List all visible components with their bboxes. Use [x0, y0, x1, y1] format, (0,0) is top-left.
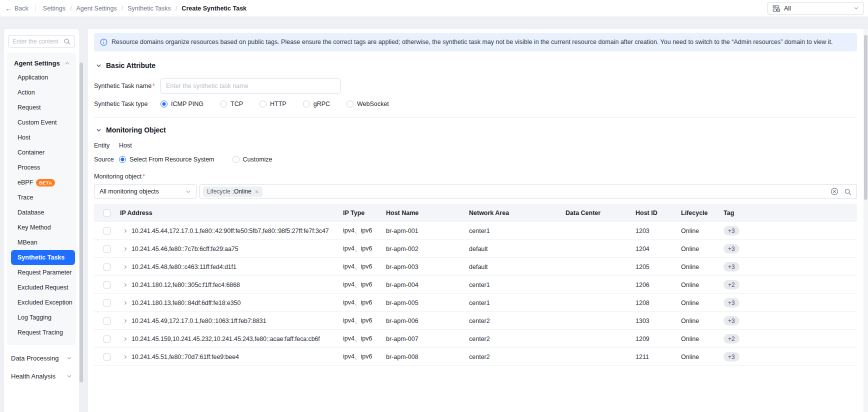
- sidebar-item[interactable]: Host: [7, 130, 76, 145]
- sidebar-item[interactable]: Excluded Exception: [7, 295, 76, 310]
- row-checkbox[interactable]: [104, 246, 110, 252]
- tag-count-badge[interactable]: +3: [724, 262, 740, 272]
- task-type-radio[interactable]: HTTP: [260, 100, 286, 108]
- sidebar-item[interactable]: MBean: [7, 235, 76, 250]
- row-checkbox[interactable]: [104, 300, 110, 306]
- breadcrumb-item[interactable]: Synthetic Tasks /: [128, 5, 182, 12]
- sidebar-section-label: Health Analysis: [11, 372, 56, 380]
- sidebar-group-title: Agent Settings: [14, 60, 60, 67]
- task-type-label: Synthetic Task type: [94, 100, 160, 108]
- column-ip-address: IP Address: [120, 210, 343, 216]
- lifecycle-value: Online: [681, 282, 724, 288]
- select-all-checkbox[interactable]: [104, 210, 110, 216]
- section-basic-attribute[interactable]: Basic Attribute: [96, 62, 857, 70]
- filter-input[interactable]: Lifecycle :Online ×: [200, 184, 857, 199]
- sidebar-item[interactable]: eBPF BETA: [7, 175, 76, 190]
- expand-row-icon[interactable]: [123, 336, 128, 342]
- filter-actions: [830, 188, 852, 196]
- search-icon[interactable]: [64, 38, 70, 45]
- expand-row-icon[interactable]: [123, 300, 128, 306]
- network-area-value: center1: [469, 300, 566, 306]
- breadcrumb-label: Agent Settings: [76, 5, 116, 12]
- tag-count-badge[interactable]: +3: [724, 226, 740, 236]
- sidebar-item[interactable]: Container: [7, 145, 76, 160]
- sidebar-item[interactable]: Custom Event: [7, 115, 76, 130]
- search-icon[interactable]: [844, 188, 852, 196]
- expand-row-icon[interactable]: [123, 318, 128, 324]
- tag-count-badge[interactable]: +3: [724, 298, 740, 308]
- task-type-radio[interactable]: TCP: [220, 100, 243, 108]
- sidebar-item[interactable]: Key Method: [7, 220, 76, 235]
- tag-count-badge[interactable]: +2: [724, 334, 740, 344]
- sidebar-item[interactable]: Request: [7, 100, 76, 115]
- collapse-chevron-icon: [96, 63, 102, 68]
- sidebar-item[interactable]: Trace: [7, 190, 76, 205]
- breadcrumb-item[interactable]: Agent Settings /: [76, 5, 128, 12]
- expand-row-icon[interactable]: [123, 282, 128, 288]
- filter-tag-lifecycle: Lifecycle :Online ×: [203, 186, 262, 197]
- sidebar-item[interactable]: Application: [7, 70, 76, 85]
- row-checkbox[interactable]: [104, 228, 110, 234]
- expand-row-icon[interactable]: [123, 264, 128, 270]
- sidebar-item[interactable]: Database: [7, 205, 76, 220]
- sidebar-item[interactable]: Excluded Request: [7, 280, 76, 295]
- ip-address-value: 10.241.45.51,fe80::70d7:61ff:fee9:bee4: [132, 354, 239, 360]
- tag-count-badge[interactable]: +3: [724, 244, 740, 254]
- object-scope-select[interactable]: All monitoring objects: [94, 184, 196, 199]
- expand-row-icon[interactable]: [123, 354, 128, 360]
- sidebar-section[interactable]: Health Analysis: [4, 367, 79, 385]
- row-checkbox[interactable]: [104, 318, 110, 324]
- sidebar-item[interactable]: Synthetic Tasks: [11, 250, 75, 265]
- tag-count-badge[interactable]: +2: [724, 280, 740, 290]
- task-type-radio[interactable]: ICMP PING: [160, 100, 204, 108]
- breadcrumb-separator: /: [70, 5, 72, 12]
- sidebar-item-label: Log Tagging: [18, 314, 52, 321]
- sidebar-group-header[interactable]: Agent Settings: [7, 54, 76, 70]
- expand-row-icon[interactable]: [123, 246, 128, 252]
- table-body: 10.241.45.44,172.17.0.1,fe80::42:90ff:fe…: [94, 222, 857, 366]
- required-mark: *: [142, 173, 145, 180]
- clear-filter-icon[interactable]: [830, 188, 838, 196]
- task-type-radio[interactable]: gRPC: [303, 100, 330, 108]
- sidebar-item[interactable]: Process: [7, 160, 76, 175]
- radio-icon: [346, 100, 354, 108]
- task-name-input[interactable]: [160, 78, 340, 94]
- row-checkbox[interactable]: [104, 336, 110, 342]
- section-monitoring-object[interactable]: Monitoring Object: [96, 126, 857, 134]
- main-scrollbar-thumb[interactable]: [864, 35, 868, 200]
- task-type-radio[interactable]: WebSocket: [346, 100, 389, 108]
- breadcrumb-separator: /: [122, 5, 123, 12]
- sidebar-search-input[interactable]: [12, 38, 64, 45]
- source-radio[interactable]: Select From Resource System: [119, 156, 214, 163]
- radio-icon: [160, 100, 168, 108]
- back-button[interactable]: ← Back: [5, 5, 28, 12]
- resource-domain-value: All: [784, 5, 791, 12]
- sidebar-item[interactable]: Action: [7, 85, 76, 100]
- row-checkbox[interactable]: [104, 264, 110, 270]
- ip-type-value: ipv4、ipv6: [343, 244, 386, 253]
- row-checkbox[interactable]: [104, 354, 110, 360]
- entity-label: Entity: [94, 142, 119, 149]
- sidebar-scrollbar[interactable]: [80, 62, 83, 382]
- chevron-down-icon: [854, 6, 859, 11]
- tag-count-badge[interactable]: +3: [724, 316, 740, 326]
- filter-tag-remove-icon[interactable]: ×: [255, 188, 259, 195]
- expand-row-icon[interactable]: [123, 228, 128, 234]
- sidebar-item[interactable]: Log Tagging: [7, 310, 76, 325]
- table-header-row: IP Address IP Type Host Name Network Are…: [94, 204, 857, 222]
- task-type-row: Synthetic Task type ICMP PING TCP: [94, 100, 857, 108]
- row-checkbox[interactable]: [104, 282, 110, 288]
- breadcrumb-item[interactable]: Create Synthetic Task /: [182, 5, 246, 12]
- sidebar-item[interactable]: Request Tracing: [7, 325, 76, 340]
- lifecycle-value: Online: [681, 246, 724, 252]
- sidebar-item[interactable]: Request Parameter: [7, 265, 76, 280]
- network-area-value: center1: [469, 228, 566, 234]
- sidebar-search[interactable]: [8, 35, 75, 48]
- tag-count-badge[interactable]: +3: [724, 352, 740, 362]
- breadcrumb-item[interactable]: Settings /: [43, 5, 76, 12]
- network-area-value: center2: [469, 354, 566, 360]
- resource-domain-select[interactable]: All: [768, 2, 864, 14]
- sidebar-section[interactable]: Data Processing: [4, 349, 79, 367]
- radio-icon: [303, 100, 310, 108]
- source-radio[interactable]: Customize: [232, 156, 272, 163]
